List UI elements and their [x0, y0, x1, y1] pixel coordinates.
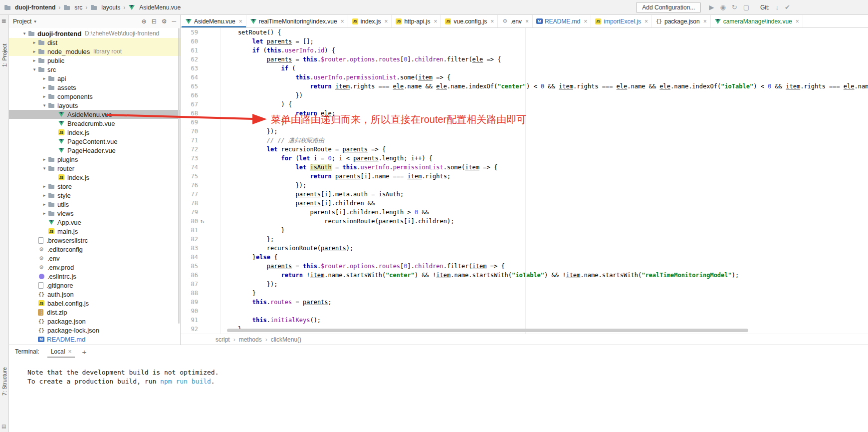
line-number[interactable]: 86 [181, 272, 198, 279]
code-line[interactable]: for (let i = 0; i < parents.length; i++)… [223, 154, 868, 163]
line-number[interactable]: 73 [181, 155, 198, 162]
horizontal-scrollbar[interactable] [227, 329, 748, 332]
code-line[interactable]: if (this.userInfo.id) { [223, 46, 868, 55]
chevron-icon[interactable]: ▸ [41, 85, 48, 90]
line-number[interactable]: 69 [181, 119, 198, 126]
git-label[interactable]: Git: [760, 4, 770, 11]
locate-icon[interactable]: ⊕ [142, 18, 147, 25]
editor-tab[interactable]: JSindex.js× [348, 15, 392, 27]
code-line[interactable]: }); [223, 127, 868, 136]
tree-item[interactable]: {}auth.json [9, 290, 180, 299]
tree-item[interactable]: JSmain.js [9, 227, 180, 236]
editor-tab[interactable]: AsideMenu.vue× [182, 15, 246, 27]
code-area[interactable]: 5960616263646566676869707172737475767778… [181, 28, 868, 334]
tool-switcher-icon[interactable]: ▤ [1, 424, 6, 429]
code-line[interactable]: return item.rights === ele.name && ele.n… [223, 82, 868, 91]
line-number[interactable]: 79 [181, 209, 198, 216]
line-number[interactable]: 85 [181, 263, 198, 270]
code-line[interactable]: this.routes = parents; [223, 298, 868, 307]
code-line[interactable]: parents[i].meta.auth = isAuth; [223, 190, 868, 199]
tree-item[interactable]: ⚙.env [9, 254, 180, 263]
tree-item[interactable]: ▾layouts [9, 101, 180, 110]
chevron-icon[interactable]: ▸ [31, 49, 38, 54]
git-update-icon[interactable]: ↓ [776, 3, 779, 11]
close-icon[interactable]: × [645, 18, 648, 25]
tree-item[interactable]: {}package.json [9, 317, 180, 326]
tree-item[interactable]: ▾router [9, 164, 180, 173]
chevron-icon[interactable]: ▸ [41, 202, 48, 207]
tree-item[interactable]: ▸public [9, 56, 180, 65]
editor-breadcrumb-item[interactable]: methods [239, 336, 262, 343]
line-number[interactable]: 80 [181, 218, 198, 225]
tree-item[interactable]: ⚙.env.prod [9, 263, 180, 272]
line-number[interactable]: 78 [181, 200, 198, 207]
tool-window-grid-icon[interactable]: ▦ [1, 18, 6, 23]
tree-item[interactable]: MREADME.md [9, 335, 180, 344]
code-line[interactable]: let parents = []; [223, 37, 868, 46]
line-number[interactable]: 84 [181, 254, 198, 261]
recent-change-icon[interactable]: ↻ [201, 218, 204, 225]
line-number[interactable]: 87 [181, 281, 198, 288]
close-icon[interactable]: × [434, 18, 437, 25]
project-view-selector[interactable]: Project ▾ [13, 18, 36, 25]
run-icon[interactable]: ▶ [709, 3, 714, 11]
tree-item[interactable]: ⚙.editorconfig [9, 245, 180, 254]
tree-item[interactable]: PageContent.vue [9, 137, 180, 146]
tree-item[interactable]: .eslintrc.js [9, 272, 180, 281]
breadcrumb-item[interactable]: duoji-frontend [4, 4, 55, 11]
line-number[interactable]: 63 [181, 65, 198, 72]
line-number[interactable]: 90 [181, 308, 198, 315]
code-line[interactable]: // // 递归权限路由 [223, 136, 868, 145]
tree-item[interactable]: ▸components [9, 92, 180, 101]
code-line[interactable]: parents = this.$router.options.routes[0]… [223, 55, 868, 64]
code-line[interactable]: }) [223, 91, 868, 100]
line-number[interactable]: 64 [181, 74, 198, 81]
line-number[interactable]: 77 [181, 191, 198, 198]
code-line[interactable]: } [223, 226, 868, 235]
tree-item[interactable]: .browserslistrc [9, 236, 180, 245]
code-line[interactable]: recursionRoute(parents); [223, 244, 868, 253]
line-number[interactable]: 72 [181, 146, 198, 153]
editor-breadcrumb-item[interactable]: clickMenu() [271, 336, 301, 343]
code-line[interactable]: if ( [223, 64, 868, 73]
tree-item[interactable]: ▸views [9, 209, 180, 218]
tree-item[interactable]: JSindex.js [9, 128, 180, 137]
line-number[interactable]: 62 [181, 56, 198, 63]
tree-item[interactable]: JSindex.js [9, 173, 180, 182]
tree-item[interactable]: ▸store [9, 182, 180, 191]
close-icon[interactable]: × [239, 18, 242, 25]
editor-tab[interactable]: {}package.json× [652, 15, 711, 27]
breadcrumb-item[interactable]: src [63, 4, 82, 11]
line-number[interactable]: 68 [181, 110, 198, 117]
tree-item[interactable]: App.vue [9, 218, 180, 227]
breadcrumb-item[interactable]: layouts [90, 4, 120, 11]
tree-item[interactable]: Breadcrumb.vue [9, 119, 180, 128]
tree-item[interactable]: ▸utils [9, 200, 180, 209]
code-line[interactable]: recursionRoute(parents[i].children); [223, 217, 868, 226]
chevron-icon[interactable]: ▸ [41, 211, 48, 216]
new-terminal-button[interactable]: + [82, 348, 86, 356]
editor-tab[interactable]: realTimeMonitoring\index.vue× [246, 15, 348, 27]
tree-item[interactable]: {}package-lock.json [9, 326, 180, 335]
code-line[interactable]: let isAuth = this.userInfo.permissionLis… [223, 163, 868, 172]
line-number[interactable]: 81 [181, 227, 198, 234]
line-number[interactable]: 83 [181, 245, 198, 252]
close-icon[interactable]: × [584, 18, 587, 25]
tree-item[interactable]: AsideMenu.vue [9, 110, 180, 119]
editor-tab[interactable]: JSimportExcel.js× [591, 15, 652, 27]
chevron-icon[interactable]: ▾ [41, 166, 48, 171]
chevron-icon[interactable]: ▸ [41, 184, 48, 189]
tree-item[interactable]: ▸dist [9, 38, 180, 47]
tree-item[interactable]: PageHeader.vue [9, 146, 180, 155]
line-number[interactable]: 70 [181, 128, 198, 135]
editor-breadcrumb-item[interactable]: script [216, 336, 230, 343]
tree-item[interactable]: ▸assets [9, 83, 180, 92]
line-number[interactable]: 66 [181, 92, 198, 99]
debug-icon[interactable]: ◉ [720, 3, 725, 11]
close-icon[interactable]: × [525, 18, 529, 25]
tree-item[interactable]: dist.zip [9, 308, 180, 317]
chevron-icon[interactable]: ▸ [31, 40, 38, 45]
tree-item[interactable]: JSbabel.config.js [9, 299, 180, 308]
code-line[interactable]: return ele; [223, 109, 868, 118]
hide-icon[interactable]: ─ [172, 18, 176, 25]
